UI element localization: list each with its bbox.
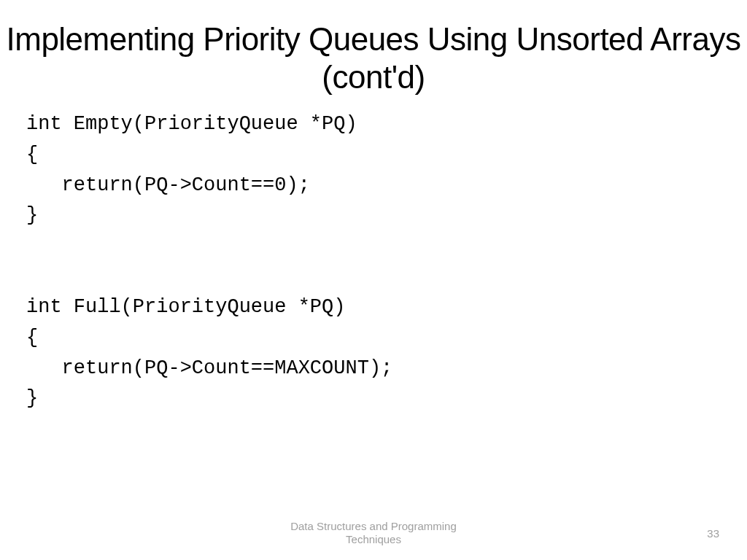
footer-text: Data Structures and Programming Techniqu… — [290, 520, 457, 548]
code-line: return(PQ->Count==MAXCOUNT); — [26, 354, 747, 384]
code-line: return(PQ->Count==0); — [26, 171, 747, 201]
code-line: } — [26, 384, 747, 414]
code-line: { — [26, 140, 747, 171]
page-number: 33 — [707, 527, 719, 540]
code-block: int Empty(PriorityQueue *PQ) { return(PQ… — [0, 96, 747, 414]
code-line: int Full(PriorityQueue *PQ) — [26, 292, 747, 323]
code-line: int Empty(PriorityQueue *PQ) — [26, 109, 747, 140]
code-line — [26, 262, 747, 292]
code-line — [26, 231, 747, 262]
footer-line-2: Techniques — [290, 533, 457, 547]
footer: Data Structures and Programming Techniqu… — [0, 520, 747, 548]
code-line: } — [26, 201, 747, 231]
footer-line-1: Data Structures and Programming — [290, 520, 457, 534]
slide-title: Implementing Priority Queues Using Unsor… — [0, 0, 747, 96]
code-line: { — [26, 323, 747, 354]
